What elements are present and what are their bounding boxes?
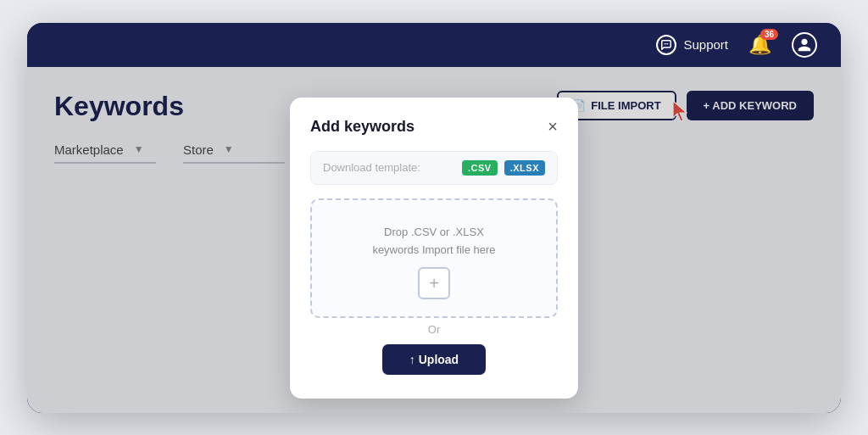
modal-header: Add keywords ×	[310, 118, 558, 136]
drop-zone[interactable]: Drop .CSV or .XLSX keywords Import file …	[310, 198, 558, 319]
upload-label: ↑ Upload	[409, 353, 459, 366]
support-button[interactable]: Support	[656, 35, 728, 55]
browser-window: Support 🔔 36 Keywords Marketplace ▼ Stor…	[27, 23, 841, 413]
download-template-row: Download template: .CSV .XLSX	[310, 151, 558, 185]
upload-button[interactable]: ↑ Upload	[382, 344, 486, 375]
drop-zone-text: Drop .CSV or .XLSX keywords Import file …	[372, 224, 495, 259]
xlsx-badge[interactable]: .XLSX	[504, 160, 545, 176]
modal-title: Add keywords	[310, 118, 415, 136]
template-badges: .CSV .XLSX	[462, 160, 545, 176]
modal-backdrop: Add keywords × Download template: .CSV .…	[27, 67, 841, 413]
csv-badge[interactable]: .CSV	[462, 160, 498, 176]
add-keywords-modal: Add keywords × Download template: .CSV .…	[290, 98, 578, 399]
support-icon	[656, 35, 676, 55]
notif-badge: 36	[760, 29, 778, 40]
notifications-button[interactable]: 🔔 36	[748, 34, 771, 56]
modal-close-button[interactable]: ×	[548, 118, 558, 135]
or-text: Or	[310, 323, 558, 336]
user-icon	[797, 37, 812, 53]
user-avatar[interactable]	[792, 32, 817, 58]
plus-icon: +	[418, 267, 450, 299]
topbar: Support 🔔 36	[27, 23, 841, 67]
download-template-label: Download template:	[323, 161, 420, 174]
page-content: Keywords Marketplace ▼ Store ▼ Brand 📄 F…	[27, 67, 841, 413]
support-label: Support	[683, 37, 728, 52]
